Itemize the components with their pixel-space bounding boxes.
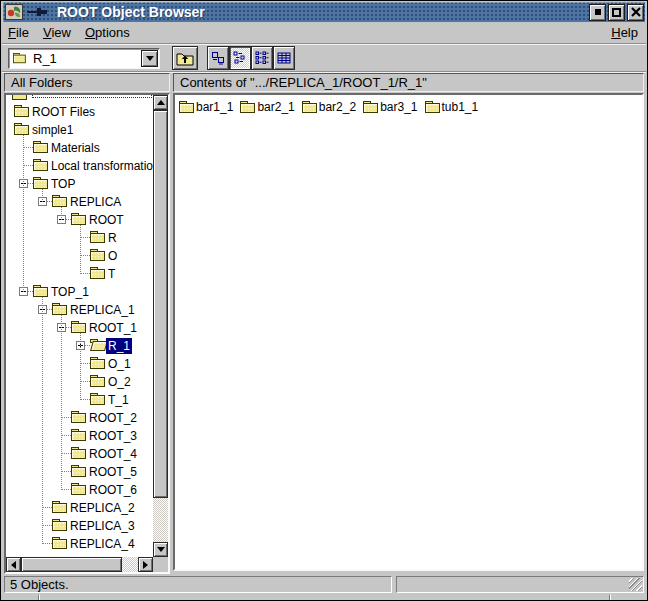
tree-item-label[interactable]: REPLICA_3 xyxy=(68,518,137,534)
folder-tree[interactable]: ROOT Filessimple1MaterialsLocal transfor… xyxy=(6,95,153,557)
scroll-down-button[interactable] xyxy=(153,542,168,557)
contents-panel[interactable]: bar1_1bar2_1bar2_2bar3_1tub1_1 xyxy=(173,93,644,571)
tree-item-label[interactable]: REPLICA_1 xyxy=(68,302,137,318)
tree-connector xyxy=(80,255,90,256)
tree-item-label[interactable]: ROOT_3 xyxy=(87,428,139,444)
small-icons-button[interactable] xyxy=(229,46,251,70)
tree-connector xyxy=(42,297,43,544)
tree-item-top-1[interactable]: TOP_1 xyxy=(6,283,153,301)
folder-icon xyxy=(179,101,195,114)
big-icons-button[interactable] xyxy=(207,46,229,70)
path-combobox[interactable]: R_1 xyxy=(8,48,160,69)
minimize-button[interactable] xyxy=(589,4,606,21)
details-view-button[interactable] xyxy=(273,46,295,70)
tree-item-label[interactable]: O_2 xyxy=(106,374,133,390)
menu-items: FileViewOptions xyxy=(8,25,144,40)
tree-vertical-scrollbar[interactable] xyxy=(153,95,168,557)
tree-connector xyxy=(23,165,33,166)
list-view-button[interactable] xyxy=(251,46,273,70)
contents-item-label[interactable]: tub1_1 xyxy=(442,100,479,114)
horizontal-scrollbar-thumb[interactable] xyxy=(21,557,122,572)
menu-item-view[interactable]: View xyxy=(43,25,71,40)
scroll-right-button[interactable] xyxy=(138,557,153,572)
menu-item-options[interactable]: Options xyxy=(85,25,130,40)
tree-item-label[interactable]: REPLICA_2 xyxy=(68,500,137,516)
tree-item-replica[interactable]: REPLICA xyxy=(6,193,153,211)
view-mode-buttons xyxy=(207,46,295,70)
tree-item-root-2[interactable]: ROOT_2 xyxy=(6,409,153,427)
tree-item-label[interactable]: REPLICA xyxy=(68,194,123,210)
status-message: 5 Objects. xyxy=(4,576,392,593)
combobox-dropdown-button[interactable] xyxy=(141,50,158,67)
contents-item-label[interactable]: bar1_1 xyxy=(196,100,233,114)
tree-connector xyxy=(61,207,62,220)
tree-item-label[interactable]: R_1 xyxy=(106,338,132,354)
tree-item-label[interactable]: ROOT_5 xyxy=(87,464,139,480)
tree-item-label[interactable]: ROOT_4 xyxy=(87,446,139,462)
tree-item-top[interactable]: TOP xyxy=(6,175,153,193)
tree-item-label[interactable]: Local transformations xyxy=(49,158,153,174)
tree-connector xyxy=(80,399,90,400)
contents-item-bar3_1[interactable]: bar3_1 xyxy=(363,100,417,114)
tree-item-simple1[interactable]: simple1 xyxy=(6,121,153,139)
tree-item-label[interactable]: O xyxy=(106,248,119,264)
tree-item-root-4[interactable]: ROOT_4 xyxy=(6,445,153,463)
contents-item-tub1_1[interactable]: tub1_1 xyxy=(425,100,479,114)
contents-item-bar2_1[interactable]: bar2_1 xyxy=(240,100,294,114)
folder-icon xyxy=(14,105,30,118)
contents-item-label[interactable]: bar2_1 xyxy=(257,100,294,114)
folder-icon xyxy=(14,123,30,136)
frame-handle-divider xyxy=(38,595,39,601)
tree-item-label[interactable]: ROOT_1 xyxy=(87,320,139,336)
tree-item-label[interactable]: simple1 xyxy=(30,122,75,138)
contents-item-label[interactable]: bar2_2 xyxy=(319,100,356,114)
contents-item-label[interactable]: bar3_1 xyxy=(380,100,417,114)
arrow-right-icon xyxy=(143,561,148,569)
tree-item-replica-2[interactable]: REPLICA_2 xyxy=(6,499,153,517)
arrow-down-icon xyxy=(157,547,165,552)
tree-horizontal-scrollbar[interactable] xyxy=(6,557,153,572)
contents-header: Contents of ".../REPLICA_1/ROOT_1/R_1" xyxy=(173,73,644,92)
tree-connector xyxy=(42,189,43,202)
contents-item-bar2_2[interactable]: bar2_2 xyxy=(302,100,356,114)
tree-item-label[interactable]: O_1 xyxy=(106,356,133,372)
menu-item-help[interactable]: Help xyxy=(611,25,638,40)
tree-item-local-transformations[interactable]: Local transformations xyxy=(6,157,153,175)
tree-item-label[interactable]: ROOT_6 xyxy=(87,482,139,498)
tree-item-label[interactable]: TOP xyxy=(49,176,77,192)
tree-item-label[interactable]: T xyxy=(106,266,117,282)
up-one-level-button[interactable] xyxy=(172,46,198,70)
tree-item-root-3[interactable]: ROOT_3 xyxy=(6,427,153,445)
tree-item-label[interactable]: T_1 xyxy=(106,392,131,408)
close-button[interactable] xyxy=(627,4,644,21)
tree-connector xyxy=(61,435,71,436)
tree-item-replica-1[interactable]: REPLICA_1 xyxy=(6,301,153,319)
folder-icon xyxy=(52,195,68,208)
folder-icon xyxy=(33,141,49,154)
tree-item-materials[interactable]: Materials xyxy=(6,139,153,157)
tree-item-label[interactable]: TOP_1 xyxy=(49,284,91,300)
tree-item-replica-4[interactable]: REPLICA_4 xyxy=(6,535,153,553)
menu-item-file[interactable]: File xyxy=(8,25,29,40)
tree-item-root-files[interactable]: ROOT Files xyxy=(6,103,153,121)
tree-item-root-6[interactable]: ROOT_6 xyxy=(6,481,153,499)
folder-icon xyxy=(71,321,87,334)
tree-item-label[interactable]: ROOT_2 xyxy=(87,410,139,426)
scroll-up-button[interactable] xyxy=(153,95,168,110)
contents-item-bar1_1[interactable]: bar1_1 xyxy=(179,100,233,114)
maximize-button[interactable] xyxy=(608,4,625,21)
scroll-left-button[interactable] xyxy=(6,557,21,572)
tree-item-label[interactable]: R xyxy=(106,230,119,246)
tree-item-label[interactable]: ROOT Files xyxy=(30,104,97,120)
tree-item-root-5[interactable]: ROOT_5 xyxy=(6,463,153,481)
tree-item-label[interactable]: ROOT xyxy=(87,212,126,228)
tree-item-label[interactable]: REPLICA_4 xyxy=(68,536,137,552)
pin-icon[interactable] xyxy=(27,6,49,18)
tree-item-label[interactable]: Materials xyxy=(49,140,102,156)
vertical-scrollbar-thumb[interactable] xyxy=(153,110,168,498)
menu-items-right: Help xyxy=(611,25,640,40)
resize-grip[interactable] xyxy=(629,578,642,591)
tree-item-replica-3[interactable]: REPLICA_3 xyxy=(6,517,153,535)
folder-icon xyxy=(12,95,27,100)
titlebar[interactable]: ROOT Object Browser xyxy=(3,2,645,22)
